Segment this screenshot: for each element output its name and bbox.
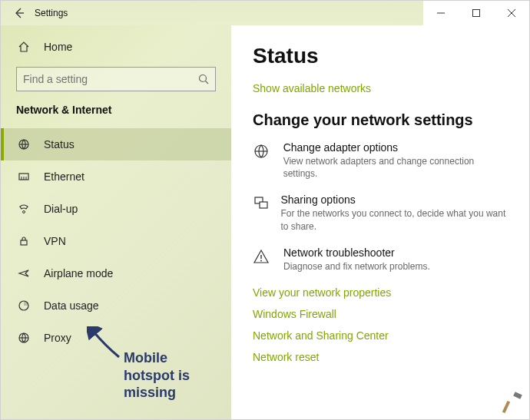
- page-title: Status: [253, 44, 508, 68]
- svg-rect-14: [21, 240, 27, 245]
- sidebar-item-label: Status: [44, 138, 75, 150]
- troubleshoot-icon: [253, 246, 273, 273]
- sidebar-nav: Status Ethernet Dial-up VPN Airplane mod…: [1, 128, 231, 354]
- search-box[interactable]: [16, 67, 216, 91]
- search-icon: [198, 74, 209, 84]
- sidebar-item-ethernet[interactable]: Ethernet: [1, 160, 231, 193]
- sidebar-item-label: Data usage: [44, 299, 99, 312]
- sidebar-item-airplane[interactable]: Airplane mode: [1, 257, 231, 289]
- section-title: Change your network settings: [253, 111, 508, 129]
- ethernet-icon: [16, 170, 31, 183]
- sidebar-home[interactable]: Home: [1, 31, 231, 62]
- annotation-arrow: [87, 326, 124, 360]
- settings-window: Settings Home Network & Internet: [0, 0, 530, 420]
- option-desc: For the networks you connect to, decide …: [280, 207, 508, 232]
- link-network-sharing-center[interactable]: Network and Sharing Center: [253, 329, 508, 342]
- svg-line-6: [206, 81, 209, 84]
- svg-point-5: [200, 75, 207, 82]
- home-icon: [16, 41, 31, 53]
- annotation-text: Mobile hotspot is missing: [124, 349, 190, 402]
- sidebar-category: Network & Internet: [1, 101, 231, 124]
- sidebar-item-label: Proxy: [44, 332, 71, 344]
- sidebar-item-vpn[interactable]: VPN: [1, 225, 231, 257]
- sharing-icon: [253, 193, 270, 232]
- proxy-icon: [16, 332, 31, 344]
- option-title: Network troubleshooter: [283, 246, 430, 259]
- option-desc: Diagnose and fix network problems.: [283, 260, 430, 273]
- svg-point-23: [260, 260, 262, 261]
- sidebar-item-datausage[interactable]: Data usage: [1, 289, 231, 322]
- sidebar-item-status[interactable]: Status: [1, 128, 231, 160]
- link-network-properties[interactable]: View your network properties: [253, 286, 508, 299]
- datausage-icon: [16, 299, 31, 312]
- sidebar-item-label: Ethernet: [44, 170, 84, 183]
- option-troubleshooter[interactable]: Network troubleshooter Diagnose and fix …: [253, 246, 508, 273]
- sidebar: Home Network & Internet Status Ethernet: [1, 25, 231, 419]
- sidebar-home-label: Home: [44, 41, 72, 53]
- link-windows-firewall[interactable]: Windows Firewall: [253, 308, 508, 320]
- back-button[interactable]: [10, 4, 28, 22]
- option-desc: View network adapters and change connect…: [283, 155, 508, 180]
- link-network-reset[interactable]: Network reset: [253, 351, 508, 363]
- status-icon: [16, 138, 31, 150]
- window-title: Settings: [35, 8, 68, 18]
- vpn-icon: [16, 235, 31, 247]
- svg-rect-24: [513, 392, 522, 399]
- svg-rect-25: [502, 401, 510, 413]
- svg-point-13: [23, 211, 25, 213]
- adapter-icon: [253, 141, 273, 180]
- svg-rect-2: [473, 10, 480, 17]
- option-sharing[interactable]: Sharing options For the networks you con…: [253, 193, 508, 232]
- option-adapter[interactable]: Change adapter options View network adap…: [253, 141, 508, 180]
- svg-rect-21: [260, 202, 267, 208]
- show-networks-link[interactable]: Show available networks: [253, 82, 508, 94]
- airplane-icon: [16, 267, 31, 279]
- titlebar: Settings: [1, 1, 529, 25]
- search-input[interactable]: [23, 73, 198, 85]
- maximize-button[interactable]: [459, 1, 494, 25]
- dialup-icon: [16, 203, 31, 215]
- sidebar-item-label: Dial-up: [44, 203, 78, 215]
- sidebar-item-label: VPN: [44, 235, 66, 247]
- main-panel: Status Show available networks Change yo…: [231, 25, 529, 419]
- close-button[interactable]: [494, 1, 529, 25]
- minimize-button[interactable]: [423, 1, 459, 25]
- sidebar-item-label: Airplane mode: [44, 267, 113, 279]
- sidebar-item-dialup[interactable]: Dial-up: [1, 193, 231, 225]
- hammer-watermark-icon: [500, 390, 526, 416]
- option-title: Change adapter options: [283, 141, 508, 154]
- option-title: Sharing options: [280, 193, 508, 206]
